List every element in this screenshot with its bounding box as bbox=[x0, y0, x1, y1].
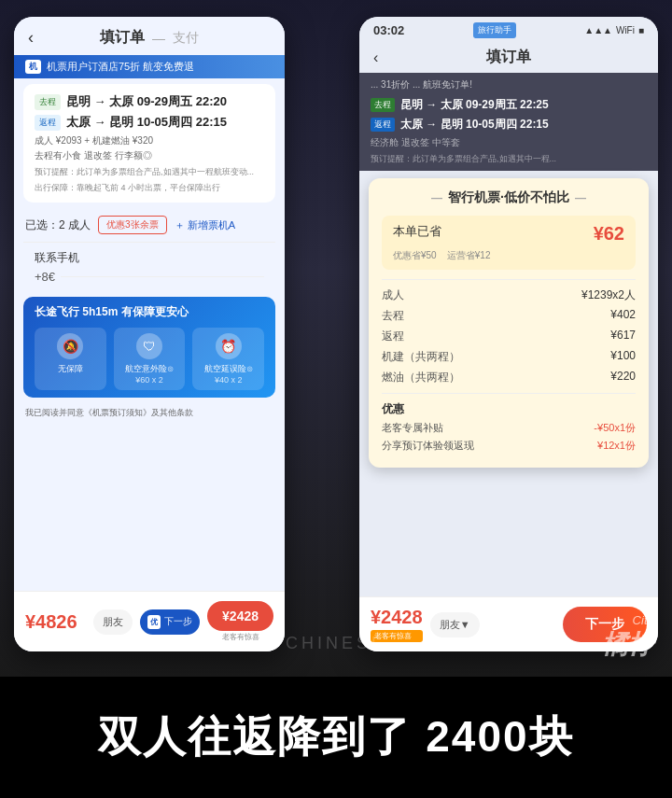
right-depart-tag: 去程 bbox=[371, 98, 395, 112]
left-phone-screenshot: ‹ 填订单 — 支付 机 机票用户订酒店75折 航变免费退 去程 昆明 → 太原… bbox=[14, 17, 285, 651]
add-flight-btn[interactable]: ＋ 新增票机A bbox=[175, 218, 235, 232]
left-back-arrow[interactable]: ‹ bbox=[28, 28, 34, 48]
selected-label: 已选：2 成人 bbox=[25, 217, 91, 233]
accident-name: 航空意外险⊙ bbox=[121, 363, 178, 375]
price-row-adult: 成人 ¥1239x2人 bbox=[382, 287, 636, 303]
right-status-bar: 03:02 旅行助手 ▲▲▲ WiFi ■ bbox=[359, 17, 658, 42]
right-sub-text: 经济舱 退改签 中等套 bbox=[371, 136, 647, 149]
price-row: 成人 ¥2093 + 机建燃油 ¥320 bbox=[35, 134, 264, 147]
savings-title: — 智行机票·低价不怕比 — bbox=[382, 189, 636, 206]
savings-deco-left: — bbox=[431, 191, 442, 204]
accident-icon: 🛡 bbox=[136, 333, 162, 359]
right-header: ‹ 填订单 bbox=[359, 42, 658, 73]
discounts-title: 优惠 bbox=[382, 401, 636, 417]
discount-row-1: 老客专属补贴 -¥50x1份 bbox=[382, 421, 636, 435]
bottom-bar: 双人往返降到了 2400块 bbox=[0, 677, 672, 798]
delay-name: 航空延误险⊙ bbox=[200, 363, 257, 375]
savings-highlight: 本单已省 ¥62 优惠省¥50 运营省¥12 bbox=[382, 216, 636, 270]
right-depart-row: 去程 昆明 → 太原 09-29周五 22:25 bbox=[371, 97, 647, 113]
discount-label-1: 老客专属补贴 bbox=[382, 421, 443, 435]
savings-label: 本单已省 bbox=[393, 223, 441, 241]
return-tag: 返程 bbox=[35, 115, 61, 131]
right-return-tag: 返程 bbox=[371, 118, 395, 132]
watermark-chinese: CHINESE bbox=[286, 634, 386, 653]
savings-divider bbox=[382, 279, 636, 280]
right-return-row: 返程 太原 → 昆明 10-05周四 22:15 bbox=[371, 117, 647, 133]
discount-row-2: 分享预订体验领返现 ¥12x1份 bbox=[382, 439, 636, 453]
accident-price: ¥60 x 2 bbox=[121, 375, 178, 385]
flight-row-return: 返程 太原 → 昆明 10-05周四 22:15 bbox=[35, 114, 264, 131]
depart-info: 昆明 → 太原 09-29周五 22:20 bbox=[66, 93, 227, 110]
left-discount-btn[interactable]: 优 下一步 bbox=[140, 609, 200, 635]
depart-label: 去程 bbox=[382, 308, 404, 324]
discounts-divider bbox=[382, 393, 636, 394]
travel-badge: 旅行助手 bbox=[473, 22, 516, 38]
selected-section: 已选：2 成人 优惠3张余票 ＋ 新增票机A bbox=[14, 208, 285, 242]
terms-text: 我已阅读并同意《机票预订须知》及其他条款 bbox=[25, 408, 193, 417]
flight-section: 去程 昆明 → 太原 09-29周五 22:20 返程 太原 → 昆明 10-0… bbox=[23, 84, 275, 203]
flight-row-depart: 去程 昆明 → 太原 09-29周五 22:20 bbox=[35, 93, 264, 110]
promo-banner[interactable]: 机 机票用户订酒店75折 航变免费退 bbox=[14, 55, 285, 78]
price-row-depart: 去程 ¥402 bbox=[382, 308, 636, 324]
savings-deco-right: — bbox=[575, 191, 586, 204]
insurance-opt-delay[interactable]: ⏰ 航空延误险⊙ ¥40 x 2 bbox=[192, 328, 264, 390]
adult-value: ¥1239x2人 bbox=[581, 287, 636, 303]
right-promo-text: ... 31折价 ... 航班免订单! bbox=[371, 78, 647, 91]
savings-amount: ¥62 bbox=[594, 223, 624, 245]
insurance-opt-none[interactable]: 🔕 无保障 bbox=[35, 328, 106, 390]
promo-text: 机票用户订酒店75折 航变免费退 bbox=[47, 60, 194, 74]
contact-section: 联系手机 +8€ bbox=[23, 242, 275, 291]
left-next-price-btn[interactable]: ¥2428 bbox=[207, 601, 273, 631]
airport-value: ¥100 bbox=[610, 349, 636, 365]
right-share-btn[interactable]: 朋友▼ bbox=[430, 612, 480, 637]
wifi-icon: WiFi bbox=[616, 25, 635, 35]
bottom-caption: 双人往返降到了 2400块 bbox=[98, 708, 573, 766]
left-header: ‹ 填订单 — 支付 bbox=[14, 17, 285, 55]
price-row-return: 返程 ¥617 bbox=[382, 329, 636, 344]
right-back-arrow[interactable]: ‹ bbox=[373, 49, 378, 66]
savings-title-text: 智行机票·低价不怕比 bbox=[448, 189, 569, 206]
fuel-label: 燃油（共两程） bbox=[382, 370, 460, 385]
insurance-opt-accident[interactable]: 🛡 航空意外险⊙ ¥60 x 2 bbox=[114, 328, 186, 390]
terms-row: 我已阅读并同意《机票预订须知》及其他条款 bbox=[14, 403, 285, 423]
discount-value-2: ¥12x1份 bbox=[597, 439, 636, 453]
right-title: 填订单 bbox=[486, 48, 531, 67]
selected-badge[interactable]: 优惠3张余票 bbox=[98, 216, 167, 234]
delay-icon: ⏰ bbox=[216, 333, 242, 359]
insurance-banner: 长途飞行 5h15m 有保障更安心 🔕 无保障 🛡 航空意外险⊙ ¥60 x 2… bbox=[23, 297, 275, 398]
meal-row: 去程有小食 退改签 行李额◎ bbox=[35, 149, 264, 162]
fuel-value: ¥220 bbox=[610, 370, 636, 385]
left-title-steps: 填订单 — 支付 bbox=[100, 28, 199, 48]
promo-icon: 机 bbox=[25, 60, 41, 74]
left-step-divider: — bbox=[152, 31, 165, 46]
savings-main-row: 本单已省 ¥62 bbox=[393, 223, 624, 245]
watermark-city-text: City bbox=[601, 613, 653, 627]
left-bottom-bar: ¥4826 朋友 优 下一步 ¥2428 老客有惊喜 bbox=[14, 591, 285, 651]
return-value: ¥617 bbox=[610, 329, 636, 344]
contact-label: 联系手机 bbox=[35, 250, 264, 266]
delay-price: ¥40 x 2 bbox=[200, 375, 257, 385]
depart-tag: 去程 bbox=[35, 94, 61, 110]
citylink-watermark: City 橘柠 bbox=[601, 613, 653, 663]
signal-icon: ▲▲▲ bbox=[584, 25, 612, 35]
price-row-airport: 机建（共两程） ¥100 bbox=[382, 349, 636, 365]
airport-label: 机建（共两程） bbox=[382, 349, 460, 365]
notice-row-1: 预订提醒：此订单为多票组合产品,如遇其中一程航班变动... bbox=[35, 166, 264, 178]
right-phone-screenshot: 03:02 旅行助手 ▲▲▲ WiFi ■ ‹ 填订单 ... 31折价 ...… bbox=[359, 17, 658, 651]
left-total-price: ¥4826 bbox=[25, 611, 86, 633]
contact-input[interactable]: +8€ bbox=[35, 270, 264, 284]
discount-label: 下一步 bbox=[164, 615, 192, 628]
discount-value-1: -¥50x1份 bbox=[594, 421, 636, 435]
left-share-btn[interactable]: 朋友 bbox=[93, 609, 133, 635]
right-price-main: ¥2428 bbox=[371, 607, 423, 628]
no-insurance-icon: 🔕 bbox=[57, 333, 83, 359]
notice-row-2: 出行保障：靠晚起飞前 4 小时出票，平台保障出行 bbox=[35, 182, 264, 194]
insurance-title: 长途飞行 5h15m 有保障更安心 bbox=[35, 304, 264, 320]
no-insurance-name: 无保障 bbox=[42, 363, 99, 375]
right-notice: 预订提醒：此订单为多票组合产品,如遇其中一程... bbox=[371, 153, 647, 165]
battery-icon: ■ bbox=[638, 25, 644, 35]
discount-icon: 优 bbox=[147, 615, 161, 629]
country-code: +8€ bbox=[35, 270, 55, 284]
depart-value: ¥402 bbox=[610, 308, 636, 324]
right-depart-info: 昆明 → 太原 09-29周五 22:25 bbox=[400, 97, 549, 113]
